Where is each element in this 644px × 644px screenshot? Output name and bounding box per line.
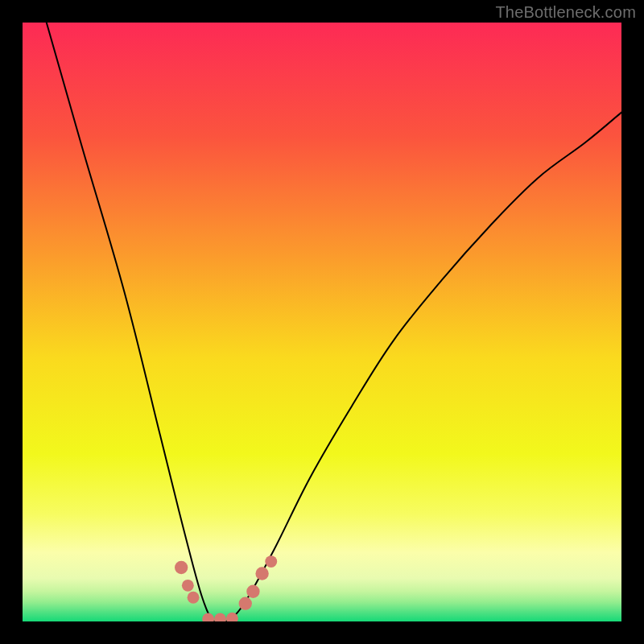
curve-marker [214,613,226,621]
curve-marker [255,567,268,580]
curve-marker [265,555,277,568]
curve-marker [175,561,188,574]
curve-marker [182,580,194,592]
curve-marker [202,613,214,621]
plot-area [23,23,621,621]
chart-frame: TheBottleneck.com [0,0,644,644]
curve-marker [188,592,200,604]
curve-marker [246,585,259,598]
curve-markers [175,555,277,621]
curve-marker [239,597,252,609]
watermark-text: TheBottleneck.com [495,3,636,22]
bottleneck-curve [47,23,621,621]
curve-layer [23,23,621,621]
